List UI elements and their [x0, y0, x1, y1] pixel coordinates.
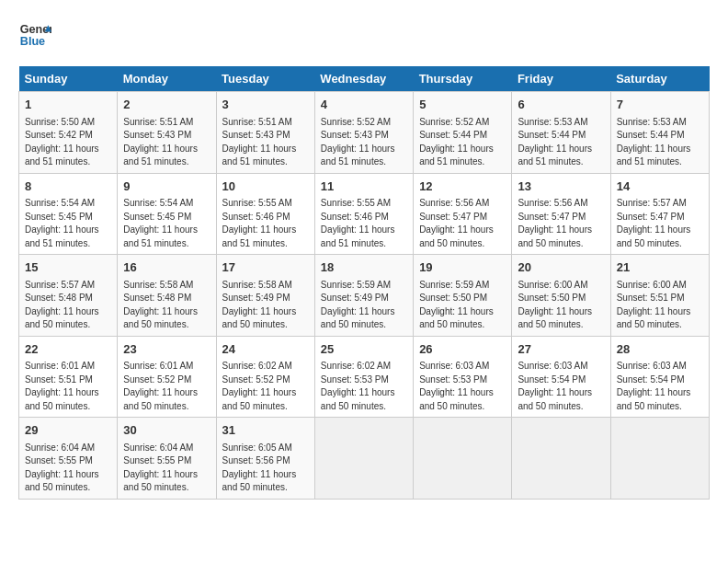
- day-number: 21: [617, 259, 703, 276]
- day-info: Sunrise: 6:02 AMSunset: 5:52 PMDaylight:…: [222, 361, 297, 411]
- day-info: Sunrise: 6:03 AMSunset: 5:53 PMDaylight:…: [419, 361, 494, 411]
- calendar-day-cell: 25Sunrise: 6:02 AMSunset: 5:53 PMDayligh…: [314, 336, 413, 418]
- day-info: Sunrise: 5:52 AMSunset: 5:44 PMDaylight:…: [419, 117, 494, 167]
- calendar-body: 1Sunrise: 5:50 AMSunset: 5:42 PMDaylight…: [19, 92, 710, 500]
- day-info: Sunrise: 5:53 AMSunset: 5:44 PMDaylight:…: [617, 117, 691, 167]
- calendar-week-row: 15Sunrise: 5:57 AMSunset: 5:48 PMDayligh…: [19, 255, 710, 337]
- day-number: 24: [222, 341, 309, 358]
- calendar-day-header: Sunday: [19, 66, 118, 92]
- day-info: Sunrise: 6:05 AMSunset: 5:56 PMDaylight:…: [222, 442, 297, 493]
- day-info: Sunrise: 5:55 AMSunset: 5:46 PMDaylight:…: [321, 198, 395, 248]
- calendar-day-cell: 30Sunrise: 6:04 AMSunset: 5:55 PMDayligh…: [118, 418, 216, 500]
- day-info: Sunrise: 5:54 AMSunset: 5:45 PMDaylight:…: [123, 198, 198, 248]
- day-info: Sunrise: 6:02 AMSunset: 5:53 PMDaylight:…: [321, 361, 395, 411]
- calendar-day-cell: 28Sunrise: 6:03 AMSunset: 5:54 PMDayligh…: [610, 336, 709, 418]
- day-number: 22: [25, 341, 111, 358]
- day-info: Sunrise: 5:58 AMSunset: 5:49 PMDaylight:…: [222, 280, 297, 330]
- page-header: General Blue: [18, 18, 710, 52]
- calendar-day-cell: 17Sunrise: 5:58 AMSunset: 5:49 PMDayligh…: [216, 255, 314, 337]
- calendar-day-cell: 11Sunrise: 5:55 AMSunset: 5:46 PMDayligh…: [314, 173, 413, 255]
- calendar-day-header: Monday: [118, 66, 216, 92]
- calendar-day-cell: 4Sunrise: 5:52 AMSunset: 5:43 PMDaylight…: [314, 92, 413, 174]
- day-info: Sunrise: 5:56 AMSunset: 5:47 PMDaylight:…: [419, 198, 494, 248]
- day-number: 3: [222, 97, 309, 113]
- logo-icon: General Blue: [18, 18, 51, 52]
- calendar-day-cell: 12Sunrise: 5:56 AMSunset: 5:47 PMDayligh…: [414, 173, 512, 255]
- day-number: 26: [419, 341, 506, 358]
- calendar-day-cell: 13Sunrise: 5:56 AMSunset: 5:47 PMDayligh…: [512, 173, 610, 255]
- calendar-day-cell: 5Sunrise: 5:52 AMSunset: 5:44 PMDaylight…: [414, 92, 512, 174]
- svg-text:Blue: Blue: [20, 35, 45, 48]
- day-number: 19: [419, 259, 506, 276]
- calendar-day-cell: 6Sunrise: 5:53 AMSunset: 5:44 PMDaylight…: [512, 92, 610, 174]
- calendar-day-cell: 26Sunrise: 6:03 AMSunset: 5:53 PMDayligh…: [414, 336, 512, 418]
- calendar-week-row: 1Sunrise: 5:50 AMSunset: 5:42 PMDaylight…: [19, 92, 710, 174]
- day-number: 25: [321, 341, 407, 358]
- day-number: 13: [518, 178, 604, 195]
- day-info: Sunrise: 6:03 AMSunset: 5:54 PMDaylight:…: [518, 361, 592, 411]
- calendar-header-row: SundayMondayTuesdayWednesdayThursdayFrid…: [19, 66, 710, 92]
- calendar-day-cell: [414, 418, 512, 500]
- day-number: 16: [123, 259, 210, 276]
- day-number: 27: [518, 341, 604, 358]
- day-info: Sunrise: 6:00 AMSunset: 5:50 PMDaylight:…: [518, 280, 592, 330]
- day-number: 7: [617, 97, 703, 113]
- calendar-day-cell: [512, 418, 610, 500]
- day-info: Sunrise: 6:01 AMSunset: 5:52 PMDaylight:…: [123, 361, 198, 411]
- day-info: Sunrise: 5:54 AMSunset: 5:45 PMDaylight:…: [25, 198, 99, 248]
- day-number: 12: [419, 178, 506, 195]
- calendar-day-cell: 3Sunrise: 5:51 AMSunset: 5:43 PMDaylight…: [216, 92, 314, 174]
- calendar-week-row: 22Sunrise: 6:01 AMSunset: 5:51 PMDayligh…: [19, 336, 710, 418]
- day-info: Sunrise: 6:04 AMSunset: 5:55 PMDaylight:…: [25, 442, 99, 493]
- day-info: Sunrise: 5:53 AMSunset: 5:44 PMDaylight:…: [518, 117, 592, 167]
- calendar-day-header: Friday: [512, 66, 610, 92]
- calendar-day-cell: 15Sunrise: 5:57 AMSunset: 5:48 PMDayligh…: [19, 255, 118, 337]
- calendar-day-cell: 8Sunrise: 5:54 AMSunset: 5:45 PMDaylight…: [19, 173, 118, 255]
- day-info: Sunrise: 6:01 AMSunset: 5:51 PMDaylight:…: [25, 361, 99, 411]
- calendar-day-cell: 21Sunrise: 6:00 AMSunset: 5:51 PMDayligh…: [610, 255, 709, 337]
- day-info: Sunrise: 5:59 AMSunset: 5:50 PMDaylight:…: [419, 280, 494, 330]
- day-number: 9: [123, 178, 210, 195]
- calendar-day-cell: 14Sunrise: 5:57 AMSunset: 5:47 PMDayligh…: [610, 173, 709, 255]
- day-number: 28: [617, 341, 703, 358]
- day-number: 30: [123, 422, 210, 439]
- day-info: Sunrise: 5:51 AMSunset: 5:43 PMDaylight:…: [123, 117, 198, 167]
- calendar-day-cell: [610, 418, 709, 500]
- calendar-day-cell: 18Sunrise: 5:59 AMSunset: 5:49 PMDayligh…: [314, 255, 413, 337]
- logo: General Blue: [18, 18, 51, 52]
- day-number: 8: [25, 178, 111, 195]
- calendar-day-cell: 23Sunrise: 6:01 AMSunset: 5:52 PMDayligh…: [118, 336, 216, 418]
- day-info: Sunrise: 6:00 AMSunset: 5:51 PMDaylight:…: [617, 280, 691, 330]
- calendar-day-cell: 10Sunrise: 5:55 AMSunset: 5:46 PMDayligh…: [216, 173, 314, 255]
- day-number: 17: [222, 259, 309, 276]
- day-info: Sunrise: 5:58 AMSunset: 5:48 PMDaylight:…: [123, 280, 198, 330]
- day-number: 29: [25, 422, 111, 439]
- day-info: Sunrise: 5:57 AMSunset: 5:47 PMDaylight:…: [617, 198, 691, 248]
- calendar-day-cell: 24Sunrise: 6:02 AMSunset: 5:52 PMDayligh…: [216, 336, 314, 418]
- day-number: 31: [222, 422, 309, 439]
- calendar-day-header: Thursday: [414, 66, 512, 92]
- day-info: Sunrise: 5:55 AMSunset: 5:46 PMDaylight:…: [222, 198, 297, 248]
- calendar-day-cell: 19Sunrise: 5:59 AMSunset: 5:50 PMDayligh…: [414, 255, 512, 337]
- day-number: 11: [321, 178, 407, 195]
- calendar-day-cell: 20Sunrise: 6:00 AMSunset: 5:50 PMDayligh…: [512, 255, 610, 337]
- day-info: Sunrise: 5:51 AMSunset: 5:43 PMDaylight:…: [222, 117, 297, 167]
- day-number: 20: [518, 259, 604, 276]
- day-number: 1: [25, 97, 111, 113]
- calendar-table: SundayMondayTuesdayWednesdayThursdayFrid…: [18, 66, 710, 500]
- day-number: 6: [518, 97, 604, 113]
- calendar-day-header: Tuesday: [216, 66, 314, 92]
- day-number: 15: [25, 259, 111, 276]
- calendar-day-header: Saturday: [610, 66, 709, 92]
- day-number: 14: [617, 178, 703, 195]
- day-number: 4: [321, 97, 407, 113]
- calendar-day-cell: 2Sunrise: 5:51 AMSunset: 5:43 PMDaylight…: [118, 92, 216, 174]
- calendar-day-cell: 9Sunrise: 5:54 AMSunset: 5:45 PMDaylight…: [118, 173, 216, 255]
- calendar-day-cell: [314, 418, 413, 500]
- day-number: 10: [222, 178, 309, 195]
- day-info: Sunrise: 6:03 AMSunset: 5:54 PMDaylight:…: [617, 361, 691, 411]
- day-number: 2: [123, 97, 210, 113]
- day-info: Sunrise: 5:52 AMSunset: 5:43 PMDaylight:…: [321, 117, 395, 167]
- day-info: Sunrise: 5:56 AMSunset: 5:47 PMDaylight:…: [518, 198, 592, 248]
- day-info: Sunrise: 5:57 AMSunset: 5:48 PMDaylight:…: [25, 280, 99, 330]
